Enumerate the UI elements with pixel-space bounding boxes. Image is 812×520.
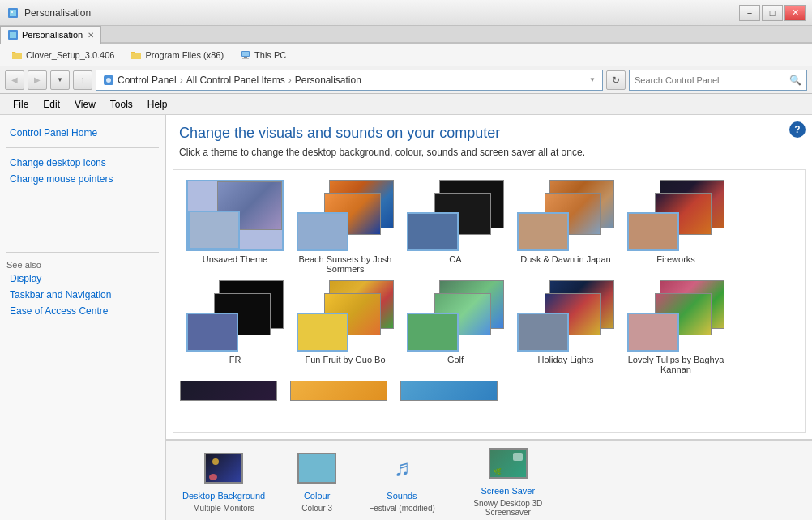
path-sep-1: ›: [180, 75, 183, 86]
menu-file[interactable]: File: [6, 97, 35, 112]
theme-fr[interactable]: FR: [180, 280, 290, 374]
title-bar: Personalisation − □ ✕: [0, 0, 812, 26]
help-button[interactable]: ?: [789, 121, 806, 138]
bookmark-clover-label: Clover_Setup_3.0.406: [26, 50, 114, 60]
control-panel-icon: [103, 75, 114, 86]
theme-beach[interactable]: Beach Sunsets by Josh Sommers: [290, 180, 400, 274]
menu-edit[interactable]: Edit: [36, 97, 66, 112]
bottom-sounds[interactable]: ♬ Sounds Festival (modified): [369, 449, 435, 513]
bookmark-this-pc[interactable]: This PC: [235, 48, 291, 62]
recent-button[interactable]: ▼: [50, 70, 70, 90]
window-controls: − □ ✕: [739, 5, 806, 21]
maximize-button[interactable]: □: [762, 5, 783, 21]
theme-fr-preview: [186, 280, 284, 352]
bookmarks-bar: Clover_Setup_3.0.406 Program Files (x86)…: [0, 44, 812, 66]
computer-icon: [240, 49, 251, 61]
menu-tools[interactable]: Tools: [104, 97, 139, 112]
theme-holiday[interactable]: Holiday Lights: [511, 280, 621, 374]
bookmark-program-files[interactable]: Program Files (x86): [126, 48, 229, 62]
see-also-title: See also: [6, 260, 41, 270]
theme-partial-3[interactable]: [400, 381, 511, 413]
theme-fr-label: FR: [229, 355, 241, 364]
theme-fruit-preview: [297, 280, 394, 352]
tab-personalisation-label: Personalisation: [22, 30, 83, 40]
theme-dusk-preview: [517, 180, 614, 251]
svg-rect-6: [131, 53, 141, 59]
themes-row-3-partial: [173, 377, 805, 416]
colour-name: Colour: [304, 491, 330, 501]
sidebar-change-desktop-icons[interactable]: Change desktop icons: [6, 155, 159, 171]
themes-scroll[interactable]: Unsaved Theme Beach Sunsets by Josh Somm…: [173, 169, 806, 433]
theme-holiday-preview: [517, 280, 614, 352]
theme-fireworks[interactable]: Fireworks: [621, 180, 731, 274]
bookmark-this-pc-label: This PC: [254, 50, 286, 60]
theme-beach-preview: [297, 180, 394, 251]
tab-personalisation[interactable]: Personalisation ✕: [0, 26, 101, 44]
content-area: Change the visuals and sounds on your co…: [166, 115, 812, 520]
svg-rect-10: [242, 58, 249, 58]
bookmark-clover[interactable]: Clover_Setup_3.0.406: [6, 48, 119, 62]
sounds-name: Sounds: [387, 491, 417, 501]
content-header: Change the visuals and sounds on your co…: [166, 115, 812, 169]
back-button[interactable]: ◀: [5, 70, 24, 90]
theme-tulips[interactable]: Lovely Tulips by Baghya Kannan: [621, 280, 731, 374]
sounds-icon: ♬: [382, 449, 421, 488]
theme-partial-2[interactable]: [290, 381, 400, 413]
up-button[interactable]: ↑: [73, 70, 92, 90]
svg-point-12: [106, 78, 111, 83]
sidebar-change-mouse-pointers[interactable]: Change mouse pointers: [6, 171, 159, 187]
sounds-desc: Festival (modified): [369, 504, 435, 513]
bottom-colour[interactable]: Colour Colour 3: [297, 449, 336, 513]
svg-rect-8: [242, 52, 249, 56]
theme-unsaved-preview: [186, 180, 284, 251]
refresh-button[interactable]: ↻: [606, 70, 626, 90]
content-header-wrapper: Change the visuals and sounds on your co…: [166, 115, 812, 169]
forward-button[interactable]: ▶: [28, 70, 47, 90]
path-control-panel[interactable]: Control Panel: [118, 75, 177, 86]
tab-icon: [7, 29, 19, 40]
window-title: Personalisation: [24, 7, 739, 19]
address-path: Control Panel › All Control Panel Items …: [96, 70, 603, 91]
tab-bar: Personalisation ✕: [0, 26, 812, 44]
theme-ca-label: CA: [449, 254, 461, 264]
theme-fruit-label: Fun Fruit by Guo Bo: [305, 355, 385, 364]
theme-fruit[interactable]: Fun Fruit by Guo Bo: [290, 280, 400, 374]
tab-close-button[interactable]: ✕: [88, 31, 94, 40]
close-button[interactable]: ✕: [784, 5, 806, 21]
bottom-bar: Desktop Background Multiple Monitors Col…: [166, 439, 812, 520]
address-dropdown-btn[interactable]: ▼: [589, 76, 596, 83]
sidebar-divider-2: [6, 252, 159, 253]
theme-dusk[interactable]: Dusk & Dawn in Japan: [511, 180, 621, 274]
menu-bar: File Edit View Tools Help: [0, 94, 812, 115]
sidebar-ease-of-access[interactable]: Ease of Access Centre: [6, 303, 159, 319]
theme-fireworks-label: Fireworks: [656, 254, 695, 264]
theme-partial-1[interactable]: [180, 381, 290, 413]
sidebar-taskbar-navigation[interactable]: Taskbar and Navigation: [6, 287, 159, 303]
theme-tulips-preview: [627, 280, 724, 352]
path-sep-2: ›: [288, 75, 292, 86]
sidebar: Control Panel Home Change desktop icons …: [0, 115, 166, 520]
theme-unsaved-label: Unsaved Theme: [203, 254, 268, 264]
theme-golf-label: Golf: [447, 355, 464, 364]
content-title: Change the visuals and sounds on your co…: [179, 125, 799, 142]
theme-golf[interactable]: Golf: [400, 280, 511, 374]
svg-rect-2: [11, 11, 13, 13]
menu-help[interactable]: Help: [141, 97, 174, 112]
theme-holiday-label: Holiday Lights: [537, 355, 593, 364]
bookmark-program-files-label: Program Files (x86): [145, 50, 224, 60]
path-personalisation[interactable]: Personalisation: [295, 75, 361, 86]
colour-icon: [297, 449, 336, 488]
desktop-bg-name: Desktop Background: [182, 491, 265, 501]
search-icon: 🔍: [789, 75, 801, 86]
theme-unsaved[interactable]: Unsaved Theme: [180, 180, 290, 274]
sidebar-control-panel-home[interactable]: Control Panel Home: [6, 125, 159, 141]
path-all-items[interactable]: All Control Panel Items: [186, 75, 285, 86]
theme-ca[interactable]: CA: [400, 180, 511, 274]
bottom-screen-saver[interactable]: 🌿 Screen Saver Snowy Desktop 3D Screensa…: [468, 444, 549, 517]
bottom-desktop-bg[interactable]: Desktop Background Multiple Monitors: [182, 449, 265, 513]
minimize-button[interactable]: −: [739, 5, 760, 21]
sidebar-display[interactable]: Display: [6, 271, 159, 287]
menu-view[interactable]: View: [68, 97, 102, 112]
search-input[interactable]: [635, 75, 786, 85]
desktop-bg-desc: Multiple Monitors: [193, 504, 254, 513]
